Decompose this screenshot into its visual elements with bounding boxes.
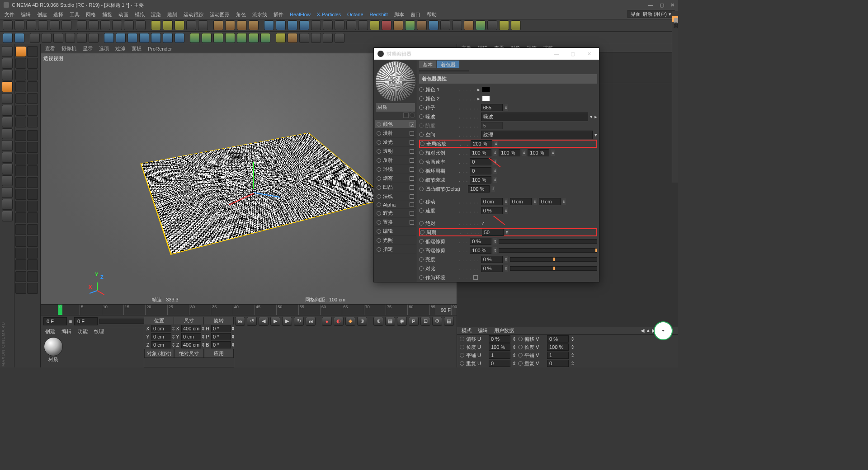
menu-模拟[interactable]: 模拟 bbox=[135, 11, 145, 18]
close-button[interactable]: ✕ bbox=[670, 2, 675, 8]
channel-凹凸[interactable]: 凹凸 bbox=[375, 183, 416, 192]
toolbar-button-41[interactable] bbox=[452, 20, 462, 30]
mattab-创建[interactable]: 创建 bbox=[45, 328, 55, 335]
channel-编辑[interactable]: 编辑 bbox=[375, 227, 416, 236]
channel-颜色[interactable]: 颜色✓ bbox=[375, 120, 416, 129]
mode-button-2[interactable] bbox=[2, 70, 13, 80]
menu-Octane[interactable]: Octane bbox=[347, 12, 363, 17]
mode-button-13[interactable] bbox=[2, 199, 13, 210]
coord-mode-pos[interactable]: 对象 (相对) bbox=[144, 349, 174, 358]
menu-插件[interactable]: 插件 bbox=[274, 11, 283, 18]
menu-渲染[interactable]: 渲染 bbox=[151, 11, 161, 18]
mattab-纹理[interactable]: 纹理 bbox=[94, 328, 104, 335]
mode-button-8[interactable] bbox=[2, 140, 13, 151]
toolbar2-button-3[interactable] bbox=[30, 33, 40, 43]
menu-RealFlow[interactable]: RealFlow bbox=[290, 12, 311, 17]
toolbar-button-28[interactable] bbox=[299, 20, 309, 30]
menu-动画[interactable]: 动画 bbox=[118, 11, 128, 18]
toolbar2-button-18[interactable] bbox=[190, 33, 200, 43]
next-key-button[interactable]: ↻ bbox=[294, 317, 304, 326]
material-editor-label[interactable]: 材质 bbox=[376, 103, 415, 112]
options-button[interactable]: ⚙ bbox=[432, 317, 442, 326]
attr-row[interactable]: 重复 U0⇕重复 V0⇕ bbox=[457, 359, 678, 367]
record-button[interactable]: ● bbox=[322, 317, 332, 326]
mode-button-0[interactable] bbox=[2, 46, 13, 57]
attr-tab-edit[interactable]: 编辑 bbox=[478, 327, 488, 334]
menu-编辑[interactable]: 编辑 bbox=[21, 11, 31, 18]
toolbar2-button-5[interactable] bbox=[53, 33, 63, 43]
toolbar2-button-4[interactable] bbox=[42, 33, 52, 43]
toolbar-button-12[interactable] bbox=[136, 20, 146, 30]
timeline[interactable]: 051015202530354045505560657075808590 90 … bbox=[41, 304, 457, 315]
attr-tab-mode[interactable]: 模式 bbox=[462, 327, 472, 334]
snap-grid-1[interactable] bbox=[27, 130, 38, 141]
snap-grid-14[interactable] bbox=[15, 212, 26, 223]
channel-反射[interactable]: 反射 bbox=[375, 156, 416, 165]
snap-grid-21[interactable] bbox=[27, 248, 38, 258]
tool-5-0[interactable] bbox=[15, 105, 26, 116]
toolbar-button-21[interactable] bbox=[225, 20, 235, 30]
toolbar2-button-1[interactable] bbox=[14, 33, 24, 43]
vptab-过滤[interactable]: 过滤 bbox=[115, 45, 125, 52]
toolbar-button-7[interactable] bbox=[77, 20, 87, 30]
attr-row[interactable]: 平铺 U1⇕平铺 V1⇕ bbox=[457, 351, 678, 359]
mode-button-1[interactable] bbox=[2, 58, 13, 69]
toolbar-button-39[interactable] bbox=[429, 20, 439, 30]
tool-6-0[interactable] bbox=[15, 117, 26, 127]
snap-grid-3[interactable] bbox=[27, 142, 38, 153]
toolbar2-button-29[interactable] bbox=[311, 33, 321, 43]
scale-key-button[interactable]: ▦ bbox=[385, 317, 395, 326]
toolbar-button-18[interactable] bbox=[198, 20, 208, 30]
toolbar-button-23[interactable] bbox=[249, 20, 259, 30]
channel-辉光[interactable]: 辉光 bbox=[375, 209, 416, 218]
snap-grid-18[interactable] bbox=[15, 236, 26, 247]
toolbar-button-17[interactable] bbox=[186, 20, 196, 30]
snap-grid-12[interactable] bbox=[15, 201, 26, 212]
menu-帮助[interactable]: 帮助 bbox=[427, 11, 437, 18]
toolbar2-button-24[interactable] bbox=[260, 33, 270, 43]
toolbar2-button-28[interactable] bbox=[299, 33, 309, 43]
channel-法线[interactable]: 法线 bbox=[375, 192, 416, 201]
toolbar-button-9[interactable] bbox=[100, 20, 110, 30]
tool-3-1[interactable] bbox=[27, 81, 38, 92]
toolbar2-button-19[interactable] bbox=[202, 33, 212, 43]
me-close-button[interactable]: ✕ bbox=[583, 51, 595, 57]
pla-button[interactable]: ⊡ bbox=[420, 317, 430, 326]
toolbar2-button-31[interactable] bbox=[335, 33, 344, 43]
menu-捕捉[interactable]: 捕捉 bbox=[102, 11, 112, 18]
mode-button-4[interactable] bbox=[2, 93, 13, 104]
snap-grid-24[interactable] bbox=[15, 271, 26, 282]
channel-环境[interactable]: 环境 bbox=[375, 165, 416, 174]
tool-1-1[interactable] bbox=[27, 58, 38, 69]
vptab-面板[interactable]: 面板 bbox=[132, 45, 142, 52]
tab-basic[interactable]: 基本 bbox=[419, 61, 436, 68]
side-tab-object[interactable]: 对象 bbox=[672, 16, 678, 22]
snap-grid-25[interactable] bbox=[27, 271, 38, 282]
me-minimize-button[interactable]: — bbox=[550, 51, 563, 57]
mode-button-6[interactable] bbox=[2, 117, 13, 127]
toolbar2-button-16[interactable] bbox=[175, 33, 184, 43]
toolbar2-button-22[interactable] bbox=[237, 33, 247, 43]
plane-object[interactable] bbox=[140, 133, 387, 255]
channel-指定[interactable]: 指定 bbox=[375, 245, 416, 254]
coord-mode-size[interactable]: 绝对尺寸 bbox=[174, 349, 204, 358]
menu-运动跟踪[interactable]: 运动跟踪 bbox=[184, 11, 203, 18]
vptab-ProRender[interactable]: ProRender bbox=[148, 46, 172, 52]
frame-current[interactable]: 0 F bbox=[74, 317, 98, 325]
mode-button-14[interactable] bbox=[2, 211, 13, 221]
material-preview-sphere[interactable] bbox=[376, 61, 415, 101]
snap-grid-27[interactable] bbox=[27, 283, 38, 294]
attr-tab-userdata[interactable]: 用户数据 bbox=[494, 327, 514, 334]
tool-1-0[interactable] bbox=[15, 58, 26, 69]
menu-网格[interactable]: 网格 bbox=[86, 11, 96, 18]
play-button[interactable]: ▶ bbox=[270, 317, 280, 326]
toolbar2-button-23[interactable] bbox=[249, 33, 259, 43]
me-circle-button[interactable] bbox=[410, 113, 415, 118]
toolbar-button-40[interactable] bbox=[440, 20, 450, 30]
toolbar-button-14[interactable] bbox=[151, 20, 161, 30]
menu-Redshift[interactable]: Redshift bbox=[370, 12, 388, 17]
toolbar-button-38[interactable] bbox=[417, 20, 427, 30]
toolbar-button-30[interactable] bbox=[323, 20, 333, 30]
shader-preview[interactable] bbox=[419, 70, 469, 71]
toolbar-button-31[interactable] bbox=[335, 20, 344, 30]
